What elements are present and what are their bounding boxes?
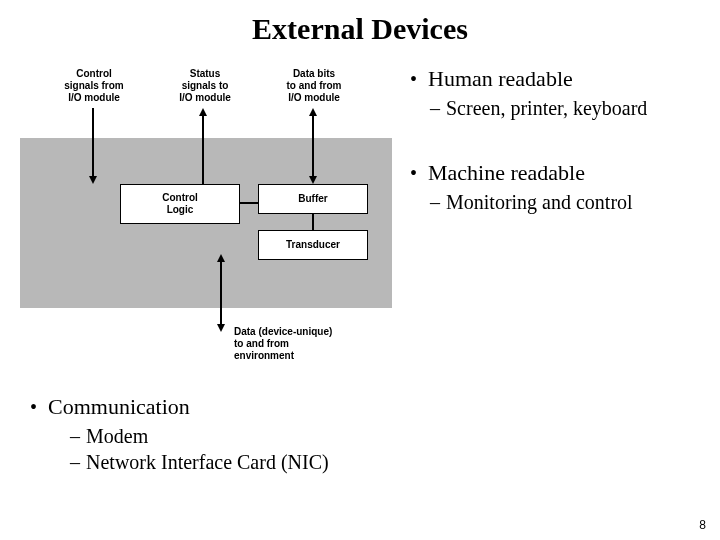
sub-nic-label: Network Interface Card (NIC)	[86, 450, 329, 474]
label-environment-data: Data (device-unique) to and from environ…	[234, 326, 364, 362]
arrow-head-data-up	[309, 108, 317, 116]
sub-human-label: Screen, printer, keyboard	[446, 96, 647, 120]
dash-icon: –	[430, 190, 446, 214]
diagram-column: Control signals from I/O module Status s…	[20, 66, 392, 386]
sub-modem-label: Modem	[86, 424, 148, 448]
arrow-line-control	[92, 108, 94, 178]
dash-icon: –	[70, 450, 86, 474]
box-buffer: Buffer	[258, 184, 368, 214]
label-status-signals: Status signals to I/O module	[170, 68, 240, 104]
bullet-dot-icon: •	[30, 394, 48, 420]
arrow-line-data-top	[312, 116, 314, 178]
bullet-machine-label: Machine readable	[428, 160, 585, 186]
bullet-dot-icon: •	[410, 160, 428, 186]
sub-nic: – Network Interface Card (NIC)	[70, 450, 690, 474]
connector-logic-buffer	[240, 202, 258, 204]
box-transducer: Transducer	[258, 230, 368, 260]
box-control-logic: Control Logic	[120, 184, 240, 224]
bullet-human-label: Human readable	[428, 66, 573, 92]
label-control-signals: Control signals from I/O module	[54, 68, 134, 104]
sub-human-readable: – Screen, printer, keyboard	[430, 96, 700, 120]
bullet-machine-readable: • Machine readable	[410, 160, 700, 186]
page-title: External Devices	[0, 0, 720, 46]
io-diagram: Control signals from I/O module Status s…	[20, 66, 392, 386]
connector-buffer-transducer	[312, 214, 314, 230]
bullet-communication: • Communication	[30, 394, 690, 420]
arrow-head-control	[89, 176, 97, 184]
sub-modem: – Modem	[70, 424, 690, 448]
content-row: Control signals from I/O module Status s…	[0, 46, 720, 386]
dash-icon: –	[430, 96, 446, 120]
bullet-human-readable: • Human readable	[410, 66, 700, 92]
arrow-head-data-down	[309, 176, 317, 184]
bullet-dot-icon: •	[410, 66, 428, 92]
sub-machine-label: Monitoring and control	[446, 190, 633, 214]
sub-machine-readable: – Monitoring and control	[430, 190, 700, 214]
arrow-head-env-up	[217, 254, 225, 262]
text-column: • Human readable – Screen, printer, keyb…	[410, 66, 700, 386]
arrow-line-env	[220, 260, 222, 326]
page-number: 8	[699, 518, 706, 532]
arrow-head-env-down	[217, 324, 225, 332]
label-data-bits: Data bits to and from I/O module	[274, 68, 354, 104]
bullet-comm-label: Communication	[48, 394, 190, 420]
arrow-head-status	[199, 108, 207, 116]
lower-section: • Communication – Modem – Network Interf…	[0, 386, 720, 474]
arrow-line-status	[202, 116, 204, 186]
dash-icon: –	[70, 424, 86, 448]
